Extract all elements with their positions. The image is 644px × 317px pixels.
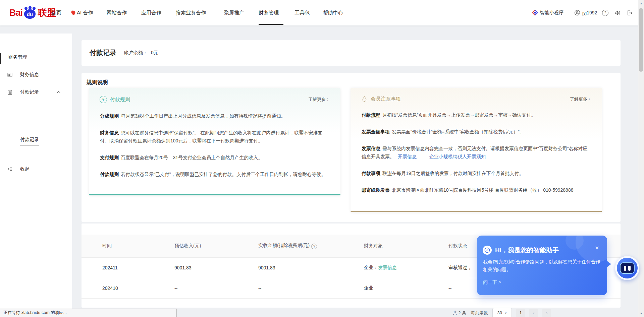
rule-paragraph: 发票信息需与系统内发票信息内容完全一致，否则无法支付。请根据发票信息页面中“百度… (362, 144, 591, 161)
invoice-info-link[interactable]: 开票信息 (398, 154, 417, 159)
announcement-button[interactable] (614, 0, 623, 25)
payment-rules-title: 付款规则 (110, 97, 130, 103)
rule-paragraph: 付款流程月初按“发票信息”页面开具发票→上传发票→邮寄发票→审核→确认支付。 (362, 111, 591, 119)
member-notes-title: 会员注意事项 (371, 96, 401, 102)
summary-card: 付款记录 账户余额：0元 (82, 40, 621, 66)
sidebar-section-finance[interactable]: 财务管理 (8, 54, 27, 60)
popup-pointer (607, 261, 611, 267)
collapse-icon (7, 166, 13, 172)
pagination: 共 2 条 每页条数 30∨ 1 ‹ › (417, 308, 551, 317)
rule-paragraph: 付款规则若付款状态显示“已支付”，说明联盟已安排了您的付款。支付后三个工作日内到… (100, 170, 330, 178)
droplet-icon (361, 96, 368, 102)
miniprogram-diamond-icon (532, 10, 538, 16)
assistant-popup: Hi，我是您的智能助手 ✕ 我会帮助您诊断合作链路问题，以及解答您关于任何合作相… (477, 236, 607, 295)
robot-face-icon (620, 262, 635, 274)
flame-icon (70, 10, 76, 15)
miniprogram-entry[interactable]: 智能小程序 (532, 0, 564, 25)
col-time: 时间 (102, 243, 174, 249)
help-icon: ? (602, 10, 608, 16)
per-page-label: 每页条数 (471, 310, 488, 316)
chevron-right-icon: 〉 (588, 97, 592, 101)
rules-card: 规则说明 ¥ 付款规则 了解更多〉 分成规则每月第3或4个工作日产出上月分成信息… (82, 73, 621, 222)
prev-page-button[interactable]: ‹ (529, 309, 538, 317)
nav-help-center[interactable]: 帮助中心 (323, 0, 343, 25)
invoice-info-table-link[interactable]: 发票信息 (378, 265, 397, 270)
finance-info-icon (7, 72, 13, 78)
chevron-right-icon: 〉 (327, 98, 330, 102)
sidebar-item-finance-info[interactable]: 财务信息 (0, 69, 72, 80)
per-page-select[interactable]: 30∨ (492, 308, 512, 317)
sidebar-subitem-payment-record[interactable]: 付款记录 (20, 137, 39, 145)
cell-finance-target: 企业：发票信息 (364, 265, 448, 271)
logo-text-du: du (23, 11, 37, 17)
logout-button[interactable] (627, 0, 635, 25)
rule-paragraph: 发票金额事项发票票面“价税合计”金额=系统中“实收金额（扣除税费后/元）”。 (362, 128, 591, 136)
next-page-button[interactable]: › (542, 309, 551, 317)
nav-screen-promo[interactable]: 聚屏推广 (224, 0, 244, 25)
nav-ai-coop[interactable]: AI 合作 (71, 0, 93, 25)
cell-time: 202410 (102, 286, 174, 291)
nav-home[interactable]: 首页 (51, 0, 61, 25)
top-header: Bai du 联盟 首页 AI 合作 网站合作 应用合作 搜索业务合作 聚屏推广… (0, 0, 644, 25)
user-account[interactable]: jyj1992 (574, 0, 597, 25)
sidebar-collapse-button[interactable]: 收起 (0, 164, 72, 174)
logo-text-bai: Bai (9, 8, 22, 18)
cell-finance-target: 企业 (364, 285, 448, 291)
page: Bai du 联盟 首页 AI 合作 网站合作 应用合作 搜索业务合作 聚屏推广… (0, 0, 644, 317)
assistant-robot-button[interactable] (615, 256, 639, 280)
chevron-down-icon: ∨ (504, 311, 507, 315)
nav-app-coop[interactable]: 应用合作 (141, 0, 161, 25)
sidebar: 财务管理 财务信息 付款记录 付款记录 收起 (0, 34, 72, 317)
cell-estimated: 9001.83 (174, 265, 258, 270)
cell-actual: 9001.83 (258, 265, 364, 270)
balance-label: 账户余额： (124, 50, 148, 55)
cell-time: 202411 (102, 265, 174, 270)
help-button[interactable]: ? (602, 0, 608, 25)
rule-paragraph: 付款事项联盟在每月19日之后签收的发票，付款时间安排在下个月首批支付。 (362, 169, 591, 177)
rule-paragraph: 财务信息您可以在财务信息中选择“保留付款”。 在此期间您产生的收入将在账户内进行… (100, 129, 330, 145)
compass-icon (483, 246, 492, 255)
chevron-up-icon[interactable] (56, 90, 61, 94)
small-taxpayer-notice-link[interactable]: 企业小规模纳税人开票须知 (429, 154, 486, 159)
rule-paragraph: 分成规则每月第3或4个工作日产出上月分成信息及发票信息，如有特殊情况将提前通知。 (100, 112, 330, 120)
payment-rules-more-link[interactable]: 了解更多〉 (308, 97, 330, 103)
cell-actual: -- (258, 286, 364, 291)
browser-status-bar: 正在等待 xlab.baidu.com 的响应... (0, 309, 177, 317)
col-actual-amount: 实收金额(扣除税费后/元)? (258, 243, 364, 249)
col-estimated-income: 预估收入(元) (174, 243, 258, 249)
sidebar-item-payment-record[interactable]: 付款记录 (0, 86, 72, 98)
cell-estimated: -- (174, 286, 258, 291)
logout-icon (627, 10, 633, 16)
active-nav-underline (259, 24, 283, 25)
scroll-down-arrow[interactable]: ▼ (638, 311, 644, 316)
baidu-union-logo[interactable]: Bai du 联盟 (9, 5, 56, 21)
payment-record-icon (7, 89, 13, 95)
question-circle-icon[interactable]: ? (311, 244, 317, 249)
member-notes-panel: 会员注意事项 了解更多〉 付款流程月初按“发票信息”页面开具发票→上传发票→邮寄… (351, 88, 602, 212)
coin-icon: ¥ (100, 96, 107, 103)
scroll-up-arrow[interactable]: ▲ (638, 1, 644, 6)
page-title: 付款记录 (90, 48, 116, 57)
scrollbar-thumb[interactable] (639, 8, 643, 72)
user-icon (574, 10, 580, 16)
page-number-button[interactable]: 1 (516, 309, 525, 317)
sidebar-divider (0, 125, 72, 125)
payment-rules-panel: ¥ 付款规则 了解更多〉 分成规则每月第3或4个工作日产出上月分成信息及发票信息… (89, 88, 340, 195)
close-icon[interactable]: ✕ (595, 245, 599, 251)
sidebar-active-marker (0, 53, 1, 64)
rules-section-title: 规则说明 (87, 79, 108, 86)
baidu-paw-icon: du (23, 6, 37, 19)
nav-finance-management[interactable]: 财务管理 (259, 0, 279, 25)
balance-value: 0元 (151, 50, 158, 55)
nav-search-coop[interactable]: 搜索业务合作 (176, 0, 206, 25)
speaker-icon (614, 10, 621, 16)
col-finance-target: 财务对象 (364, 243, 448, 249)
ask-now-link[interactable]: 问一下 > (483, 279, 501, 286)
assistant-title: Hi，我是您的智能助手 (495, 246, 559, 255)
member-notes-more-link[interactable]: 了解更多〉 (570, 96, 592, 102)
assistant-message: 我会帮助您诊断合作链路问题，以及解答您关于任何合作相关的问题。 (483, 258, 600, 273)
rule-paragraph: 支付规则百度联盟会在每月20号—31号支付企业会员上个自然月产生的收入。 (100, 153, 330, 162)
account-balance: 账户余额：0元 (124, 50, 158, 56)
nav-website-coop[interactable]: 网站合作 (107, 0, 127, 25)
nav-toolkit[interactable]: 工具包 (294, 0, 310, 25)
